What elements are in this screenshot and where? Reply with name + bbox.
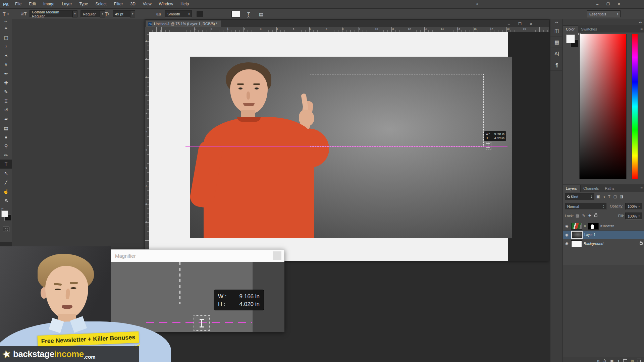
opacity-field[interactable]: 100% ▾ <box>625 203 642 210</box>
anti-alias-select[interactable]: Smooth ▴▾ <box>165 10 192 17</box>
menu-layer[interactable]: Layer <box>58 0 75 8</box>
layer-mask-thumbnail[interactable] <box>588 223 599 230</box>
fill-field[interactable]: 100% ▾ <box>625 213 642 220</box>
menu-file[interactable]: File <box>11 0 25 8</box>
dropdown-arrow-icon[interactable]: ▼ <box>130 10 135 17</box>
ruler-corner[interactable] <box>145 27 149 32</box>
new-layer-icon[interactable]: ⊞ <box>631 359 634 362</box>
add-layer-mask-icon[interactable]: ▣ <box>610 359 613 362</box>
text-color-swatch[interactable] <box>231 10 240 17</box>
eyedropper-tool[interactable]: ✒ <box>0 69 12 78</box>
quick-mask-button[interactable] <box>3 227 9 232</box>
workspace-switcher[interactable]: Essentials ▴▾ <box>587 10 621 17</box>
dropdown-arrow-icon[interactable]: ▼ <box>72 10 77 17</box>
visibility-eye-icon[interactable]: ◉ <box>564 224 570 228</box>
magnifier-button[interactable] <box>273 251 281 260</box>
visibility-eye-icon[interactable]: ◉ <box>564 241 570 246</box>
vertical-ruler[interactable]: 10123456789 <box>145 32 149 261</box>
menu-edit[interactable]: Edit <box>25 0 40 8</box>
foreground-background-colors[interactable]: ⇄ <box>1 208 11 223</box>
blend-mode-select[interactable]: Normal ▴▾ <box>565 203 606 210</box>
history-brush-tool[interactable]: ↺ <box>0 105 12 114</box>
rectangular-marquee-tool[interactable]: ▢ <box>0 33 12 42</box>
mask-link-icon[interactable]: ∞ <box>583 225 587 228</box>
layer-effects-icon[interactable]: fx <box>603 359 606 362</box>
expand-panels-icon[interactable]: ◂◂ <box>550 19 562 25</box>
layer-thumbnail[interactable] <box>571 240 582 247</box>
horizontal-ruler[interactable]: 1012345678910111213141516171819 <box>149 27 549 32</box>
move-tool[interactable]: ⌖ <box>0 24 12 33</box>
menu-3d[interactable]: 3D <box>126 0 139 8</box>
collapse-arrows-icon[interactable]: » <box>476 2 478 6</box>
adjustment-layer-icon[interactable]: ◑ <box>617 359 620 362</box>
lock-transparency-icon[interactable]: ▨ <box>576 214 579 218</box>
text-orientation-button[interactable]: ⇵T <box>21 10 26 17</box>
brush-tool[interactable]: ✎ <box>0 87 12 96</box>
pen-tool[interactable]: ✑ <box>0 150 12 160</box>
lock-position-icon[interactable]: ✚ <box>588 214 591 218</box>
quick-selection-tool[interactable]: ✶ <box>0 51 12 60</box>
minimize-button[interactable]: – <box>593 1 602 7</box>
menu-image[interactable]: Image <box>40 0 58 8</box>
lock-all-icon[interactable] <box>594 215 597 217</box>
layer-row-p1080278[interactable]: ◉∞P1080278 <box>563 222 644 231</box>
document-tab[interactable]: Ps Untitled-1 @ 75.1% (Layer 1, RGB/8) * <box>146 20 221 27</box>
dodge-tool[interactable]: ⚲ <box>0 141 12 150</box>
filter-shape-layers-icon[interactable]: ▢ <box>613 194 617 199</box>
dropdown-arrow-icon[interactable]: ▼ <box>100 10 105 17</box>
healing-brush-tool[interactable]: ✚ <box>0 78 12 87</box>
align-left-button[interactable] <box>197 11 203 17</box>
layer-row-layer-1[interactable]: ◉Layer 1 <box>563 231 644 239</box>
panel-grip-icon[interactable]: ▸▸ <box>0 19 12 24</box>
font-family-select[interactable]: Gotham Medium Regular ▼ <box>30 10 77 17</box>
character-panel-icon[interactable]: A| <box>550 48 563 59</box>
path-selection-tool[interactable]: ↖ <box>0 169 12 178</box>
hue-slider[interactable] <box>632 34 638 179</box>
filter-pixel-layers-icon[interactable]: ▣ <box>596 194 600 199</box>
menu-view[interactable]: View <box>139 0 155 8</box>
menu-filter[interactable]: Filter <box>110 0 127 8</box>
menu-type[interactable]: Type <box>75 0 92 8</box>
zoom-tool[interactable] <box>0 196 12 205</box>
menu-select[interactable]: Select <box>92 0 110 8</box>
line-tool[interactable]: ╱ <box>0 178 12 187</box>
lock-paint-icon[interactable]: ✎ <box>582 214 585 218</box>
magnifier-title-bar[interactable]: Magnifier <box>111 249 284 262</box>
tab-swatches[interactable]: Swatches <box>578 26 600 33</box>
lasso-tool[interactable]: ≀ <box>0 42 12 51</box>
visibility-eye-icon[interactable]: ◉ <box>564 233 570 237</box>
hand-tool[interactable]: ☝ <box>0 187 12 196</box>
align-center-button[interactable] <box>206 11 213 17</box>
font-size-select[interactable]: 49 pt ▼ <box>113 10 135 17</box>
layer-thumbnail[interactable] <box>572 232 582 238</box>
panel-menu-icon[interactable]: ≡ <box>640 26 643 31</box>
saturation-brightness-gradient[interactable] <box>579 34 627 179</box>
eraser-tool[interactable]: ▰ <box>0 114 12 123</box>
layer-filter-select[interactable]: Kind ▴▾ <box>565 193 594 200</box>
layer-row-background[interactable]: ◉Background <box>563 239 644 248</box>
warp-text-button[interactable]: T <box>247 10 250 17</box>
color-picker-marker[interactable] <box>578 33 581 35</box>
menu-window[interactable]: Window <box>155 0 177 8</box>
paragraph-panel-icon[interactable]: ¶ <box>550 59 563 71</box>
filter-smart-objects-icon[interactable]: ◨ <box>620 194 623 199</box>
font-style-select[interactable]: Regular ▼ <box>80 10 105 17</box>
tab-layers[interactable]: Layers <box>563 185 581 192</box>
tab-color[interactable]: Color <box>563 25 578 33</box>
foreground-color-well[interactable] <box>566 35 575 43</box>
swap-colors-icon[interactable]: ⇄ <box>1 207 4 210</box>
blur-tool[interactable]: ● <box>0 132 12 141</box>
delete-layer-icon[interactable] <box>638 360 641 362</box>
panel-menu-icon[interactable]: ≡ <box>640 186 643 190</box>
type-tool[interactable]: T <box>0 160 12 169</box>
tab-paths[interactable]: Paths <box>602 185 618 192</box>
clone-stamp-tool[interactable]: ♖ <box>0 96 12 105</box>
doc-minimize-button[interactable]: – <box>504 21 513 27</box>
layer-group-icon[interactable] <box>623 359 627 362</box>
close-button[interactable]: ✕ <box>614 1 623 7</box>
toggle-panels-button[interactable]: ▤ <box>259 10 263 17</box>
gradient-tool[interactable]: ▤ <box>0 123 12 132</box>
menu-help[interactable]: Help <box>177 0 193 8</box>
properties-panel-icon[interactable]: ◫ <box>550 25 563 37</box>
collapse-panels-icon[interactable]: ▸▸ <box>639 20 642 24</box>
